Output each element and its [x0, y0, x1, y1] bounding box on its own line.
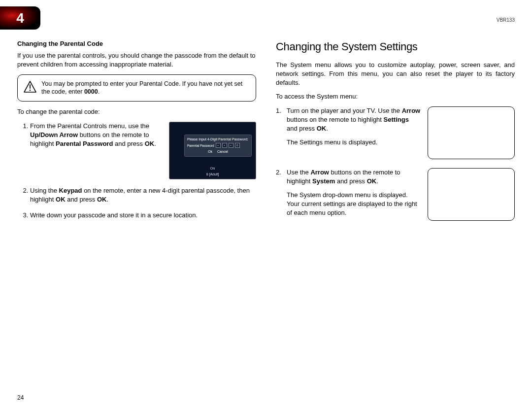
note-box: You may be prompted to enter your Parent… [17, 74, 256, 102]
dialog-cancel: Cancel [217, 150, 228, 153]
warning-icon [24, 81, 36, 93]
dialog-row-label: Parental Password [187, 143, 214, 148]
page-number: 24 [17, 394, 24, 401]
svg-point-2 [30, 89, 31, 91]
left-step-1: From the Parental Controls menu, use the… [30, 122, 256, 179]
digit-1: • [216, 143, 221, 148]
digit-4: 0 [235, 143, 240, 148]
left-intro: If you use the parental controls, you sh… [17, 51, 256, 69]
right-step-1: 1. Turn on the player and your TV. Use t… [276, 106, 515, 159]
dialog-ok: Ok [208, 150, 212, 153]
digit-3: • [229, 143, 233, 148]
left-steps: From the Parental Controls menu, use the… [17, 122, 256, 220]
right-column: Changing the System Settings The System … [276, 39, 515, 231]
step-number-1: 1. [276, 106, 287, 152]
step2-result: The System drop-down menu is displayed. … [287, 191, 421, 218]
digit-2: • [222, 143, 227, 148]
left-heading: Changing the Parental Code [17, 39, 256, 48]
settings-menu-placeholder [428, 106, 515, 159]
left-column: Changing the Parental Code If you use th… [17, 39, 256, 231]
left-step-2: Using the Keypad on the remote, enter a … [30, 186, 256, 204]
right-lead: To access the System menu: [276, 92, 515, 101]
step1-result: The Settings menu is displayed. [287, 138, 421, 147]
right-intro: The System menu allows you to customize … [276, 61, 515, 88]
left-step-3: Write down your passcode and store it in… [30, 211, 256, 220]
dialog-title: Please Input 4-Digit Parental Password: [187, 137, 249, 142]
model-label: VBR133 [497, 17, 515, 23]
dialog: Please Input 4-Digit Parental Password: … [184, 135, 252, 157]
chapter-number: 4 [16, 10, 24, 26]
status-rating: 8 [Adult] [169, 172, 256, 177]
system-menu-placeholder [428, 168, 515, 221]
right-step-2: 2. Use the Arrow buttons on the remote t… [276, 168, 515, 223]
step-number-2: 2. [276, 168, 287, 223]
status-on: On [169, 166, 256, 171]
right-title: Changing the System Settings [276, 39, 515, 55]
parental-password-screenshot: Please Input 4-Digit Parental Password: … [169, 122, 256, 179]
chapter-badge: 4 [0, 6, 40, 30]
note-text: You may be prompted to enter your Parent… [41, 80, 250, 97]
left-lead: To change the parental code: [17, 107, 256, 116]
